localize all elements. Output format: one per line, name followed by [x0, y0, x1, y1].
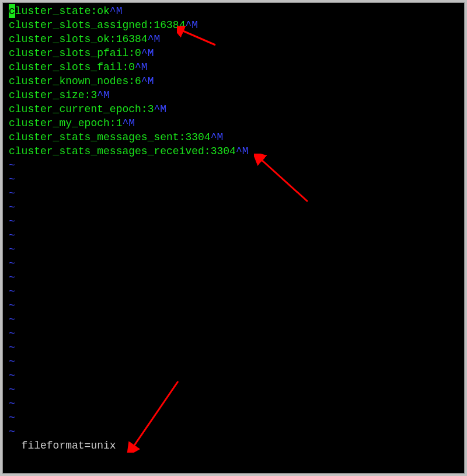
text-line: cluster_state:ok^M	[3, 4, 464, 18]
carriage-return-marker: ^M	[110, 4, 123, 18]
empty-line-tilde: ~	[3, 158, 464, 172]
line-text: cluster_current_epoch:3	[9, 102, 154, 116]
empty-line-tilde: ~	[3, 214, 464, 228]
line-text: cluster_slots_fail:0	[9, 60, 135, 74]
line-text: cluster_stats_messages_sent:3304	[9, 130, 211, 144]
text-line: cluster_current_epoch:3^M	[3, 102, 464, 116]
text-line: cluster_slots_fail:0^M	[3, 60, 464, 74]
line-text: cluster_stats_messages_received:3304	[9, 144, 236, 158]
text-line: cluster_slots_pfail:0^M	[3, 46, 464, 60]
text-line: cluster_known_nodes:6^M	[3, 74, 464, 88]
empty-line-tilde: ~	[3, 284, 464, 298]
empty-line-tilde: ~	[3, 411, 464, 425]
empty-line-tilde: ~	[3, 397, 464, 411]
carriage-return-marker: ^M	[97, 88, 110, 102]
empty-line-tilde: ~	[3, 326, 464, 341]
carriage-return-marker: ^M	[141, 74, 154, 88]
carriage-return-marker: ^M	[148, 32, 161, 46]
empty-line-tilde: ~	[3, 270, 464, 284]
empty-line-tilde: ~	[3, 312, 464, 326]
text-line: cluster_size:3^M	[3, 88, 464, 102]
line-text: cluster_slots_pfail:0	[9, 46, 141, 60]
empty-line-tilde: ~	[3, 256, 464, 270]
empty-line-tilde: ~	[3, 186, 464, 200]
terminal-editor[interactable]: cluster_state:ok^Mcluster_slots_assigned…	[3, 3, 464, 473]
text-line: cluster_slots_assigned:16384^M	[3, 18, 464, 32]
text-line: cluster_stats_messages_received:3304^M	[3, 144, 464, 158]
carriage-return-marker: ^M	[141, 46, 154, 60]
empty-line-tilde: ~	[3, 425, 464, 439]
carriage-return-marker: ^M	[211, 130, 224, 144]
empty-line-tilde: ~	[3, 383, 464, 397]
empty-line-tilde: ~	[3, 369, 464, 383]
text-line: cluster_stats_messages_sent:3304^M	[3, 130, 464, 144]
line-text: cluster_size:3	[9, 88, 97, 102]
empty-line-tilde: ~	[3, 341, 464, 355]
text-line: cluster_my_epoch:1^M	[3, 116, 464, 130]
empty-line-tilde: ~	[3, 200, 464, 214]
line-text: cluster_my_epoch:1	[9, 116, 122, 130]
status-line: fileformat=unix	[3, 439, 464, 453]
cursor: c	[9, 4, 15, 18]
empty-line-tilde: ~	[3, 355, 464, 369]
text-line: cluster_slots_ok:16384^M	[3, 32, 464, 46]
carriage-return-marker: ^M	[185, 18, 198, 32]
carriage-return-marker: ^M	[135, 60, 148, 74]
carriage-return-marker: ^M	[154, 102, 166, 116]
line-text: cluster_slots_assigned:16384	[9, 18, 185, 32]
empty-line-tilde: ~	[3, 228, 464, 242]
empty-line-tilde: ~	[3, 298, 464, 312]
window-frame: cluster_state:ok^Mcluster_slots_assigned…	[2, 2, 465, 474]
line-text: cluster_known_nodes:6	[9, 74, 141, 88]
empty-line-tilde: ~	[3, 242, 464, 256]
line-text: cluster_slots_ok:16384	[9, 32, 148, 46]
carriage-return-marker: ^M	[122, 116, 135, 130]
carriage-return-marker: ^M	[236, 144, 249, 158]
line-text: luster_state:ok	[15, 4, 110, 18]
empty-line-tilde: ~	[3, 172, 464, 186]
